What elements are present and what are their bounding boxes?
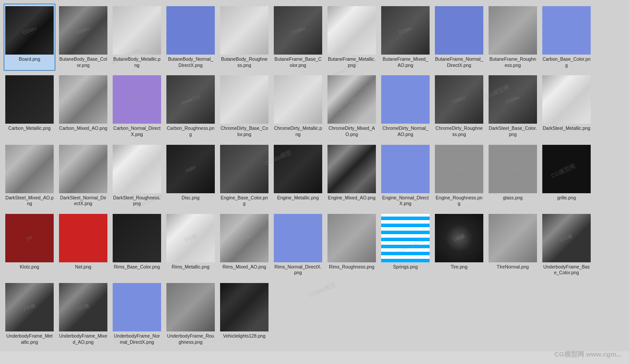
thumb-item-butane-body-base[interactable]: CGMoButaneBody_Base_Color.png	[57, 4, 109, 71]
thumb-label-butane-body-metallic: ButaneBody_Metallic.png	[113, 56, 161, 68]
thumb-preview-springs	[381, 214, 430, 262]
thumb-preview-underbody-metallic: CG模	[5, 283, 54, 331]
thumb-item-glass[interactable]: CGMoglass.png	[487, 142, 539, 210]
thumb-label-butane-frame-rough: ButaneFrame_Roughness.png	[489, 56, 537, 68]
thumb-item-net[interactable]: Net.png	[57, 211, 109, 279]
thumb-item-butane-body-metallic[interactable]: ButaneBody_Metallic.png	[111, 4, 163, 71]
thumb-item-darksteel-rough[interactable]: DarkSteel_Roughness.png	[111, 142, 163, 210]
thumb-item-underbody-metallic[interactable]: CG模UnderbodyFrame_Metallic.png	[4, 280, 55, 348]
thumb-label-butane-frame-mixed: ButaneFrame_Mixed_AO.png	[381, 56, 430, 68]
thumb-item-underbody-normal[interactable]: UnderbodyFrame_Normal_DirectX.png	[111, 280, 163, 348]
thumb-preview-chrome-metallic	[274, 75, 322, 124]
thumb-item-engine-normal[interactable]: Engine_Normal_DirectX.png	[379, 142, 431, 210]
thumb-label-rims-mixed: Rims_Mixed_AO.png	[222, 264, 266, 270]
thumb-preview-engine-metallic	[274, 145, 322, 193]
thumb-item-board[interactable]: CGMoBoard.png	[4, 4, 55, 71]
thumb-item-vehicle[interactable]: Vehiclelights128.png	[218, 280, 270, 348]
thumb-item-darksteel-base[interactable]: CGMoDarkSteel_Base_Color.png	[487, 73, 539, 140]
thumb-preview-underbody-normal	[113, 283, 161, 331]
thumb-preview-klotz: DP	[5, 214, 54, 262]
thumb-item-underbody-base[interactable]: CG模UnderbodyFrame_Base_Color.png	[541, 211, 592, 279]
thumb-preview-rims-rough	[327, 214, 376, 262]
thumb-item-rims-normal[interactable]: Rims_Normal_DirectX.png	[272, 211, 324, 279]
thumb-preview-butane-body-base: CGMo	[59, 6, 107, 55]
thumb-item-engine-rough[interactable]: CGMoEngine_Roughness.png	[433, 142, 485, 210]
thumb-watermark-disc: AMP	[184, 165, 196, 173]
thumb-item-carbon-base[interactable]: Carbon_Base_Color.png	[541, 4, 592, 71]
thumb-watermark-underbody-metallic: CG模	[23, 302, 37, 313]
thumb-item-chrome-dirty-mixed[interactable]: CGMoChromeDirty_Mixed_AO.png	[326, 73, 378, 140]
thumb-item-butane-frame-normal[interactable]: ButaneFrame_Normal_DirectX.png	[433, 4, 485, 71]
thumb-item-engine-mixed[interactable]: Engine_Mixed_AO.png	[326, 142, 378, 210]
thumb-preview-grille	[542, 145, 591, 193]
thumb-label-darksteel-normal: DarkSteel_Normal_DirectX.png	[59, 195, 107, 207]
thumb-preview-chrome-dirty-mixed: CGMo	[327, 75, 376, 124]
thumb-label-chrome-dirty-rough: ChromeDirty_Roughness.png	[435, 125, 483, 137]
thumb-item-rims-metallic[interactable]: CG模Rims_Metallic.png	[165, 211, 217, 279]
thumb-item-chrome-dirty-rough[interactable]: CGMoChromeDirty_Roughness.png	[433, 73, 485, 140]
thumb-item-rims-base[interactable]: Rims_Base_Color.png	[111, 211, 163, 279]
thumb-item-grille[interactable]: grille.png	[541, 142, 592, 210]
thumb-watermark-engine-rough: CGMo	[452, 164, 467, 173]
thumb-watermark-rims-mixed: CG模	[238, 233, 251, 243]
thumb-item-carbon-normal[interactable]: CGMoCarbon_Normal_DirectX.png	[111, 73, 163, 140]
thumb-item-rims-mixed[interactable]: CG模Rims_Mixed_AO.png	[218, 211, 270, 279]
thumb-preview-rims-metallic: CG模	[166, 214, 215, 262]
thumb-label-engine-mixed: Engine_Mixed_AO.png	[328, 195, 375, 201]
thumb-label-chrome-metallic: ChromeDirty_Metallic.png	[274, 125, 322, 137]
thumb-item-klotz[interactable]: DPKlotz.png	[4, 211, 55, 279]
thumb-label-carbon-normal: Carbon_Normal_DirectX.png	[113, 125, 161, 137]
thumb-item-rims-rough[interactable]: Rims_Roughness.png	[326, 211, 378, 279]
thumb-watermark-glass: CGMo	[505, 164, 521, 173]
thumb-label-underbody-metallic: UnderbodyFrame_Metallic.png	[5, 333, 54, 345]
thumb-label-darksteel-metallic: DarkSteel_Metallic.png	[543, 125, 590, 132]
thumb-item-engine-metallic[interactable]: Engine_Metallic.png	[272, 142, 324, 210]
thumb-label-butane-frame-normal: ButaneFrame_Normal_DirectX.png	[435, 56, 483, 68]
thumb-label-vehicle: Vehiclelights128.png	[223, 333, 265, 339]
thumb-item-carbon-metallic[interactable]: Carbon_Metallic.png	[4, 73, 55, 140]
thumb-label-rims-rough: Rims_Roughness.png	[329, 264, 374, 270]
thumb-preview-engine-rough: CGMo	[435, 145, 483, 193]
thumb-preview-darksteel-mixed	[5, 145, 54, 193]
thumb-preview-butane-frame-base: CGMo	[274, 6, 322, 55]
thumb-item-tire[interactable]: CG模Tire.png	[433, 211, 485, 279]
thumb-watermark-underbody-base: CG模	[560, 233, 574, 243]
thumb-item-darksteel-normal[interactable]: DarkSteel_Normal_DirectX.png	[57, 142, 109, 210]
thumb-item-butane-frame-base[interactable]: CGMoButaneFrame_Base_Color.png	[272, 4, 324, 71]
thumb-item-butane-frame-rough[interactable]: ButaneFrame_Roughness.png	[487, 4, 539, 71]
thumb-item-chrome-metallic[interactable]: ChromeDirty_Metallic.png	[272, 73, 324, 140]
thumb-item-underbody-mixed[interactable]: CG模UnderbodyFrame_Mixed_AO.png	[57, 280, 109, 348]
thumb-label-tire-normal: TIreNormal.png	[497, 264, 529, 270]
thumb-item-chrome-dirty-normal[interactable]: ChromeDirty_Normal_AO.png	[379, 73, 431, 140]
thumb-item-engine-base[interactable]: Engine_Base_Color.png	[218, 142, 270, 210]
thumb-item-butane-frame-metallic[interactable]: ButaneFrame_Metallic.png	[326, 4, 378, 71]
thumb-preview-butane-body-rough	[220, 6, 269, 55]
texture-grid: CGMoBoard.pngCGMoButaneBody_Base_Color.p…	[0, 0, 629, 351]
thumb-label-darksteel-rough: DarkSteel_Roughness.png	[113, 195, 161, 207]
thumb-item-tire-normal[interactable]: TIreNormal.png	[487, 211, 539, 279]
thumb-preview-rims-mixed: CG模	[220, 214, 269, 262]
thumb-watermark-rims-metallic: CG模	[184, 233, 198, 243]
thumb-item-carbon-mixed[interactable]: CGMoCarbon_Mixed_AO.png	[57, 73, 109, 140]
thumb-watermark-carbon-mixed: CGMo	[76, 95, 91, 104]
bottom-watermark: CG模型网 www.cgm...	[554, 350, 622, 359]
thumb-item-chrome-base[interactable]: ChromeDirty_Base_Color.png	[218, 73, 270, 140]
thumb-watermark-underbody-mixed: CG模	[77, 302, 90, 313]
thumb-item-butane-frame-mixed[interactable]: CGMoButaneFrame_Mixed_AO.png	[379, 4, 431, 71]
thumb-label-engine-base: Engine_Base_Color.png	[220, 195, 269, 207]
thumb-preview-underbody-base: CG模	[542, 214, 591, 262]
thumb-item-darksteel-metallic[interactable]: DarkSteel_Metallic.png	[541, 73, 592, 140]
thumb-item-springs[interactable]: Springs.png	[379, 211, 431, 279]
thumb-item-underbody-rough[interactable]: UnderbodyFrame_Roughness.png	[165, 280, 217, 348]
thumb-watermark-tire: CG模	[452, 233, 466, 243]
thumb-label-underbody-mixed: UnderbodyFrame_Mixed_AO.png	[59, 333, 107, 345]
thumb-preview-butane-frame-mixed: CGMo	[381, 6, 430, 55]
thumb-preview-butane-body-metallic	[113, 6, 161, 55]
thumb-label-engine-metallic: Engine_Metallic.png	[277, 195, 319, 201]
thumb-item-carbon-rough[interactable]: www.CGCarbon_Roughness.png	[165, 73, 217, 140]
thumb-watermark-darksteel-base: CGMo	[505, 95, 521, 104]
thumb-item-darksteel-mixed[interactable]: DarkSteel_Mixed_AO.png	[4, 142, 55, 210]
thumb-item-butane-body-normal[interactable]: ButaneBody_Normal_DirectX.png	[165, 4, 217, 71]
thumb-item-disc[interactable]: AMPDisc.png	[165, 142, 217, 210]
thumb-item-butane-body-rough[interactable]: ButaneBody_Roughness.png	[218, 4, 270, 71]
